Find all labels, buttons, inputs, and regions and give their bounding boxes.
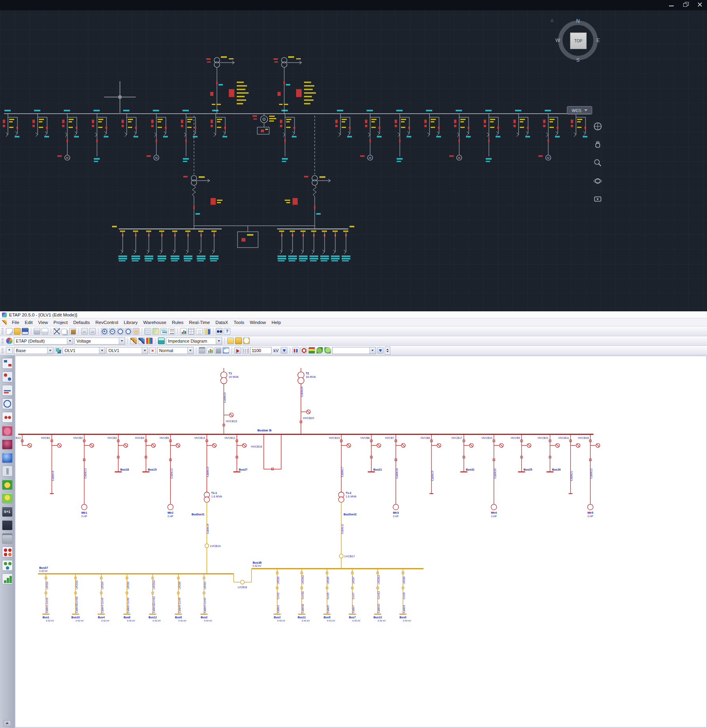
study-asterisk-icon[interactable]	[6, 347, 13, 354]
print-preview-icon[interactable]	[42, 328, 48, 335]
showmotion-icon[interactable]	[593, 195, 602, 204]
cad-mcc-distribution[interactable]	[112, 226, 354, 248]
table-icon[interactable]	[188, 328, 195, 335]
hv-feeder[interactable]: HVCB2Cable13Mtr10 HP	[74, 434, 94, 518]
viewcube-home-icon[interactable]: ⌂	[551, 17, 553, 23]
hv-feeder[interactable]: HVCB10Cable20Mtr40 HP	[481, 434, 503, 518]
lv-feeder[interactable]: LVCB11Cont11Cable11Bus110.42 kV	[298, 569, 310, 622]
hv-feeder[interactable]: HVCB4Bus15	[135, 434, 156, 472]
lv-bus[interactable]: Bus380.42 kV	[251, 561, 424, 569]
3d-cube-icon[interactable]	[158, 337, 165, 344]
hv-feeder[interactable]: HVCB8Cable19	[421, 434, 441, 494]
cad-ring[interactable]	[253, 114, 276, 134]
chevron-down-icon[interactable]	[67, 338, 73, 344]
highlighter-icon[interactable]	[138, 337, 145, 344]
zoom-out-icon[interactable]	[109, 328, 116, 335]
cad-mcc-feeder[interactable]	[331, 231, 340, 261]
viewcube-east[interactable]: E	[597, 38, 600, 43]
rainbow-palette-icon[interactable]	[146, 337, 153, 344]
layers-icon[interactable]	[55, 347, 61, 354]
chevron-down-icon[interactable]	[187, 347, 193, 354]
source-transformer[interactable]: T116 MVACable23HVCB15	[220, 368, 238, 435]
chevron-down-icon[interactable]	[47, 347, 53, 354]
lv-tie[interactable]: LVCB16	[234, 569, 251, 589]
menu-project[interactable]: Project	[51, 319, 70, 326]
paste-icon[interactable]	[69, 328, 76, 335]
viewcube-south[interactable]: S	[576, 57, 580, 63]
menu-library[interactable]: Library	[121, 319, 141, 326]
sidebar-protection-icon[interactable]	[2, 412, 13, 423]
lv-feeder[interactable]: LVCB12Cont12Cable12Bus120.42 kV	[148, 574, 161, 622]
cad-feeder[interactable]	[280, 110, 296, 162]
datablock-pages-icon[interactable]	[227, 337, 234, 344]
undo-icon[interactable]	[81, 328, 88, 335]
cad-top-branch[interactable]	[206, 56, 249, 114]
grid-icon[interactable]	[144, 328, 151, 335]
lv-feeder[interactable]: LVCB13Cont13Cable13Bus130.42 kV	[373, 569, 386, 622]
meter-red-blue-icon[interactable]	[293, 347, 299, 354]
menu-help[interactable]: Help	[269, 319, 284, 326]
plant-building-icon[interactable]	[215, 347, 221, 354]
find-icon[interactable]	[216, 328, 222, 335]
lv-feeder[interactable]: LVCB1Cont1Cable1Bus10.42 kV	[42, 574, 54, 622]
full-navigation-wheel-icon[interactable]	[593, 122, 602, 131]
hv-feeder[interactable]: HVCB7Cable18Mtr30 HP	[385, 434, 405, 518]
sidebar-renewable-icon[interactable]	[2, 493, 13, 503]
cad-mcc-feeder[interactable]	[299, 231, 308, 261]
hv-feeder[interactable]: HVCB9Bus25	[511, 434, 532, 472]
sidebar-eco-icon[interactable]	[2, 479, 13, 490]
new-icon[interactable]	[6, 328, 13, 335]
chevron-down-icon[interactable]	[216, 338, 222, 344]
lv-feeder[interactable]: LVCB5Cont5Cable5Bus50.42 kV	[323, 569, 335, 622]
diagram-type-combo[interactable]: Impedance Diagram	[166, 337, 222, 345]
sidebar-display-options-icon[interactable]	[2, 520, 13, 530]
sidebar-theta-icon[interactable]	[2, 439, 13, 450]
cut-icon[interactable]	[53, 328, 60, 335]
cad-top-branch[interactable]	[274, 56, 316, 114]
hv-feeder[interactable]: HVCB6Bus21	[361, 434, 382, 472]
chevron-down-icon[interactable]	[99, 347, 105, 354]
cad-feeder[interactable]: M	[57, 110, 79, 160]
bus-tie[interactable]: HVCB16	[251, 435, 281, 470]
lv-bus[interactable]: Bus370.42 kV	[38, 566, 234, 574]
restore-button[interactable]	[682, 2, 690, 8]
lv-feeder[interactable]: LVCB9Cont9Cable9Bus90.42 kV	[399, 569, 411, 622]
hv-feeder[interactable]: HVCB17Bus31	[452, 434, 475, 472]
zoom-in-icon[interactable]	[101, 328, 108, 335]
sidebar-growth-icon[interactable]	[2, 574, 13, 584]
remove-x-icon[interactable]	[149, 347, 156, 354]
viewcube-top-face[interactable]: TOP	[570, 32, 587, 49]
menu-revcontrol[interactable]: RevControl	[93, 319, 121, 326]
minimize-button[interactable]	[667, 2, 675, 8]
layers3-icon[interactable]	[160, 328, 167, 335]
lv-feeder[interactable]: LVCB7Cont7Cable7Bus70.42 kV	[349, 569, 360, 622]
arrow-down-icon[interactable]	[281, 347, 287, 354]
cad-mcc-feeder[interactable]	[131, 231, 140, 261]
meter-stack-icon[interactable]	[308, 347, 315, 354]
zoom-icon[interactable]	[593, 158, 602, 167]
toolbar-grip[interactable]	[2, 338, 4, 344]
sidebar-network-systems-icon[interactable]	[2, 358, 13, 369]
sidebar-purge-icon[interactable]	[2, 533, 13, 544]
cad-feeder[interactable]	[181, 110, 198, 162]
cad-mid-branch[interactable]	[285, 116, 331, 229]
menu-defaults[interactable]: Defaults	[70, 319, 93, 326]
configuration-combo[interactable]: OLV1	[106, 347, 148, 354]
lv-feeder[interactable]: LVCB8Cont8Cable8Bus80.42 kV	[175, 574, 186, 622]
wcs-dropdown[interactable]: WCS	[567, 106, 592, 114]
zoom-fit-icon[interactable]	[125, 328, 131, 335]
hv-feeder[interactable]: HVCB5Cable12Mtr20 HP	[160, 434, 180, 518]
hv-feeder[interactable]: HVCB14Cable15T1-11.6 MVABusDuct1Cable14L…	[192, 434, 222, 574]
menu-datax[interactable]: DataX	[213, 319, 231, 326]
help-icon[interactable]	[224, 328, 230, 335]
viewcube[interactable]: ⌂ N S W E TOP	[557, 19, 599, 62]
copy-icon[interactable]	[61, 329, 67, 334]
zoom-window-icon[interactable]	[117, 328, 124, 335]
pan-icon[interactable]	[133, 328, 139, 335]
analyzer-chart-icon[interactable]	[207, 347, 213, 354]
datablock-icon[interactable]	[204, 328, 211, 335]
cad-mcc-feeder[interactable]	[118, 231, 127, 261]
hv-feeder[interactable]: HVCB12Bus27	[224, 434, 247, 472]
display-mode-combo[interactable]: Voltage	[74, 337, 125, 345]
edit-mode-pencil-icon[interactable]	[2, 320, 7, 325]
